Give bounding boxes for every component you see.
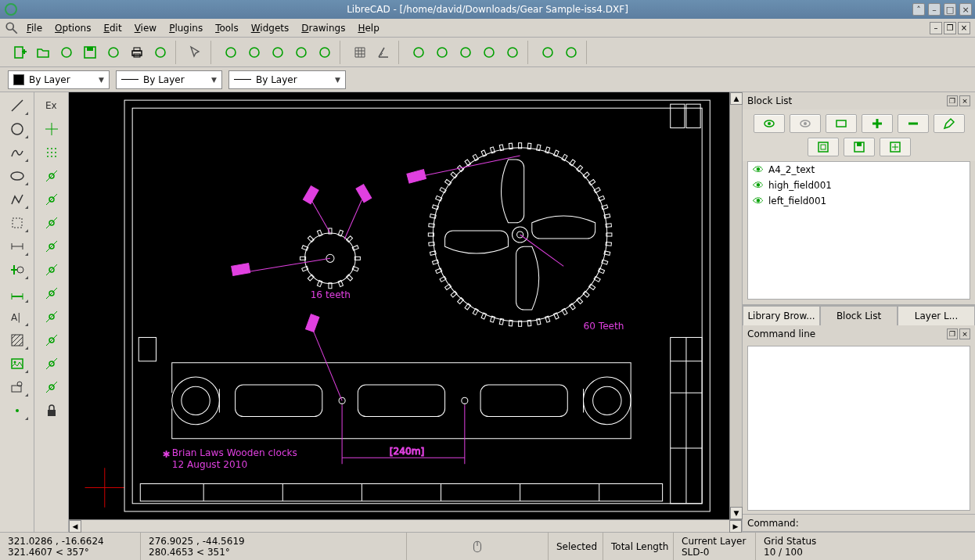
ellipse-tool[interactable]	[5, 166, 29, 186]
vertical-scrollbar[interactable]: ▲ ▼	[729, 92, 742, 519]
panel-undock-button[interactable]: ❐	[947, 328, 958, 339]
open-button[interactable]	[33, 42, 53, 63]
scroll-left-button[interactable]: ◀	[69, 520, 81, 533]
hatch-tool[interactable]	[5, 330, 29, 350]
window-minimize2-button[interactable]: ˄	[912, 3, 925, 16]
linewidth-combo[interactable]: By Layer ▼	[116, 70, 222, 89]
block-hide-all-button[interactable]	[790, 114, 821, 133]
block-item[interactable]: 👁left_field001	[748, 193, 970, 209]
exclusive-button[interactable]: Ex	[40, 95, 63, 116]
color-combo[interactable]: By Layer ▼	[8, 70, 110, 89]
snap-grid-button[interactable]	[40, 142, 63, 163]
pointer-button[interactable]	[185, 42, 206, 63]
mdi-minimize-button[interactable]: –	[930, 22, 942, 34]
panel-close-button[interactable]: ×	[959, 328, 970, 339]
select-tool[interactable]	[5, 213, 29, 233]
snap-distance-button[interactable]	[40, 260, 63, 280]
window-minimize-button[interactable]: –	[928, 3, 941, 16]
menu-edit[interactable]: Edit	[97, 21, 128, 35]
zoom-prev-button[interactable]	[291, 42, 311, 63]
menu-file[interactable]: File	[20, 21, 49, 35]
scroll-up-button[interactable]: ▲	[730, 92, 743, 105]
tab-block-list[interactable]: Block List	[820, 306, 898, 325]
ortho-button[interactable]	[373, 42, 394, 63]
block-remove-button[interactable]	[898, 114, 929, 133]
panel-close-button[interactable]: ×	[959, 95, 970, 106]
mdi-close-button[interactable]: ×	[958, 22, 970, 34]
circle-tool[interactable]	[5, 119, 29, 139]
block-tool[interactable]	[5, 377, 29, 397]
image-tool[interactable]	[5, 354, 29, 374]
scroll-down-button[interactable]: ▼	[730, 507, 743, 519]
block-show-all-button[interactable]	[754, 114, 785, 133]
move-button[interactable]	[455, 42, 476, 63]
point-tool[interactable]	[5, 400, 29, 421]
block-add-button[interactable]	[862, 114, 893, 133]
save-button[interactable]	[80, 42, 100, 63]
menu-drawings[interactable]: Drawings	[295, 21, 351, 35]
curve-tool[interactable]	[5, 142, 29, 163]
menu-plugins[interactable]: Plugins	[163, 21, 209, 35]
grid-button[interactable]	[350, 42, 370, 63]
polyline-tool[interactable]	[5, 189, 29, 210]
line-tool[interactable]	[5, 95, 29, 116]
tab-layer-list[interactable]: Layer L...	[898, 306, 975, 325]
join-button[interactable]	[502, 42, 523, 63]
dimension-tool[interactable]	[5, 236, 29, 257]
zoom-pan-button[interactable]	[244, 42, 264, 63]
snap-endpoint-button[interactable]	[40, 166, 63, 186]
tab-library-browser[interactable]: Library Brow...	[743, 306, 820, 325]
lock-button[interactable]	[40, 400, 63, 421]
sync-button[interactable]	[561, 42, 581, 63]
window-maximize-button[interactable]: □	[944, 3, 956, 16]
snap-on-entity-button[interactable]	[40, 189, 63, 210]
block-layout-button[interactable]	[808, 138, 839, 156]
measure-button[interactable]	[538, 42, 558, 63]
restrict-nothing-button[interactable]	[40, 307, 63, 327]
relative-zero-button[interactable]	[40, 377, 63, 397]
menu-widgets[interactable]: Widgets	[245, 21, 296, 35]
modify-tool[interactable]	[5, 260, 29, 280]
measure-tool[interactable]	[5, 283, 29, 303]
menu-search-icon[interactable]	[5, 21, 19, 35]
linetype-combo[interactable]: By Layer ▼	[228, 70, 346, 89]
menu-view[interactable]: View	[128, 21, 163, 35]
block-save-button[interactable]	[844, 138, 875, 156]
new-button[interactable]	[9, 42, 30, 63]
print-button[interactable]	[127, 42, 147, 63]
break-button[interactable]	[479, 42, 499, 63]
printpreview-button[interactable]	[150, 42, 171, 63]
block-edit-button[interactable]	[934, 114, 965, 133]
menu-tools[interactable]: Tools	[209, 21, 245, 35]
command-log[interactable]	[747, 346, 970, 511]
horizontal-scrollbar[interactable]: ◀ ▶	[69, 519, 742, 532]
undo-button[interactable]	[408, 42, 429, 63]
restrict-horizontal-button[interactable]	[40, 330, 63, 350]
block-item[interactable]: 👁high_field001	[748, 178, 970, 193]
saveas-button[interactable]	[103, 42, 124, 63]
snap-center-button[interactable]	[40, 213, 63, 233]
block-create-button[interactable]	[826, 114, 857, 133]
block-insert-button[interactable]	[880, 138, 911, 156]
restrict-vertical-button[interactable]	[40, 354, 63, 374]
zoom-window-button[interactable]	[221, 42, 241, 63]
menu-options[interactable]: Options	[49, 21, 97, 35]
snap-intersection-button[interactable]	[40, 283, 63, 303]
window-close-button[interactable]: ×	[959, 3, 972, 16]
drawing-canvas[interactable]: 60 Teeth 16 teeth	[69, 92, 742, 519]
snap-middle-button[interactable]	[40, 236, 63, 257]
mdi-restore-button[interactable]: ❐	[944, 22, 956, 34]
block-item[interactable]: 👁A4_2_text	[748, 162, 970, 178]
menu-help[interactable]: Help	[351, 21, 385, 35]
scroll-track[interactable]	[730, 105, 742, 507]
scroll-right-button[interactable]: ▶	[729, 520, 742, 533]
zoom-redraw-button[interactable]	[315, 42, 335, 63]
command-input[interactable]	[802, 518, 970, 529]
recent-button[interactable]	[56, 42, 77, 63]
panel-undock-button[interactable]: ❐	[947, 95, 958, 106]
block-list[interactable]: 👁A4_2_text👁high_field001👁left_field001	[747, 161, 970, 300]
zoom-extents-button[interactable]	[268, 42, 288, 63]
text-tool[interactable]: A|	[5, 307, 29, 327]
redo-button[interactable]	[432, 42, 452, 63]
snap-free-button[interactable]	[40, 119, 63, 139]
